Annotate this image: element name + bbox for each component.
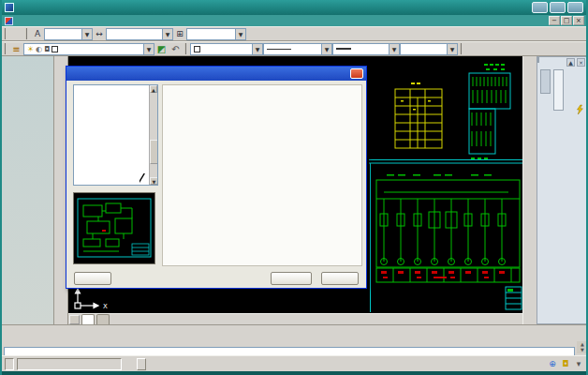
table-style-combo[interactable]: ▼: [186, 28, 246, 40]
chevron-down-icon[interactable]: ▼: [321, 44, 331, 54]
scale-indicator[interactable]: [5, 358, 14, 370]
toolbar-grip[interactable]: [4, 43, 7, 54]
browse-button[interactable]: [74, 272, 111, 285]
layer-freeze-icon: ◐: [36, 45, 42, 53]
tool-palette: ▲ ×: [537, 56, 588, 324]
tz-tool-icon[interactable]: [56, 326, 72, 339]
window-bottom-border: [2, 371, 588, 375]
list-scrollbar[interactable]: ▲ ▼: [149, 85, 157, 185]
layer-on-icon: ☀: [27, 45, 34, 53]
color-swatch: [194, 46, 200, 52]
status-toggle[interactable]: [137, 358, 146, 370]
lightning-bolt-icon: [575, 104, 584, 115]
application-window: − □ × A ▼ ↔ ▼ ⊞ ▼ ≡ ☀ ◐: [0, 0, 588, 375]
make-layer-current-icon[interactable]: ◩: [154, 42, 169, 55]
status-bar: ⊕ ◘ ▾: [2, 355, 588, 371]
tz-bottom-toolbar: [2, 324, 588, 340]
atlas-preview: [73, 192, 155, 264]
tz-logo-icon: [5, 17, 13, 25]
mdi-restore-button[interactable]: □: [561, 16, 572, 25]
layout-tab-bar: [68, 313, 522, 324]
atlas-list-item[interactable]: [74, 85, 149, 93]
scroll-down-icon[interactable]: ▼: [150, 177, 158, 185]
chevron-down-icon[interactable]: ▼: [389, 44, 399, 54]
linetype-combo[interactable]: ▼: [263, 43, 332, 55]
atlas-listbox[interactable]: ▲ ▼: [73, 84, 158, 186]
dialog-title-bar[interactable]: [66, 67, 366, 81]
layer-previous-icon[interactable]: ↶: [169, 42, 183, 55]
layer-color-swatch: [51, 46, 58, 52]
palette-side-tab[interactable]: [537, 57, 539, 63]
status-menu-icon[interactable]: ▾: [573, 359, 584, 368]
layer-combo[interactable]: ☀ ◐ ◘ ▼: [23, 43, 154, 55]
toolbar-lock-icon[interactable]: ◘: [560, 359, 571, 368]
chevron-down-icon[interactable]: ▼: [235, 29, 245, 39]
table-style-icon: ⊞: [173, 29, 186, 38]
layout-tab[interactable]: [96, 314, 110, 324]
ok-button[interactable]: [271, 272, 312, 285]
minimize-button[interactable]: [532, 2, 548, 13]
dialog-close-button[interactable]: [350, 68, 363, 79]
menu-bar: − □ ×: [2, 15, 586, 26]
mouse-cursor: [139, 172, 144, 182]
scroll-up-icon[interactable]: ▲: [150, 85, 157, 93]
chevron-down-icon[interactable]: ▼: [447, 44, 457, 54]
toolbar-grip[interactable]: [4, 28, 7, 39]
color-combo[interactable]: ▼: [190, 43, 263, 55]
title-bar: [2, 0, 586, 15]
coordinates-display[interactable]: [17, 358, 122, 370]
sidebar-item[interactable]: [2, 56, 53, 67]
maximize-button[interactable]: [550, 2, 566, 13]
toolbar-grip[interactable]: [184, 43, 188, 54]
chevron-down-icon[interactable]: ▼: [252, 44, 262, 54]
toolbar-grip[interactable]: [25, 28, 29, 39]
chevron-down-icon[interactable]: ▼: [162, 29, 172, 39]
modify-toolbar: [522, 56, 537, 324]
palette-symbol-item[interactable]: [551, 95, 588, 117]
dim-style-combo[interactable]: ▼: [106, 28, 173, 40]
tz-screen-menu: [2, 56, 54, 324]
app-icon: [5, 3, 14, 12]
text-style-icon: A: [31, 29, 44, 38]
linetype-sample: [267, 49, 291, 50]
standard-toolbar: A ▼ ↔ ▼ ⊞ ▼: [2, 26, 586, 41]
modify-tool-icon[interactable]: [523, 56, 537, 70]
dim-style-icon: ↔: [93, 29, 106, 38]
plotstyle-combo[interactable]: ▼: [400, 43, 458, 55]
mdi-close-button[interactable]: ×: [573, 16, 584, 25]
communication-center-icon[interactable]: ⊕: [547, 359, 558, 368]
close-button[interactable]: [567, 2, 583, 13]
ucs-x-label: X: [103, 303, 108, 310]
layers-properties-toolbar: ≡ ☀ ◐ ◘ ▼ ◩ ↶ ▼ ▼ ▼ ▼: [2, 41, 586, 56]
command-line-area: ▲▼: [2, 340, 588, 355]
cancel-button[interactable]: [321, 272, 359, 285]
tz-atlas-dialog: ▲ ▼: [66, 66, 367, 289]
mdi-minimize-button[interactable]: −: [549, 16, 560, 25]
chevron-down-icon[interactable]: ▼: [81, 29, 92, 39]
dialog-content-area: [162, 84, 362, 266]
lineweight-sample: [336, 48, 351, 50]
palette-tab[interactable]: [540, 69, 551, 94]
tab-nav-button[interactable]: [69, 315, 80, 324]
layer-manager-icon[interactable]: ≡: [9, 42, 23, 55]
command-scrollbar[interactable]: ▲▼: [577, 341, 588, 353]
layer-lock-icon: ◘: [44, 45, 50, 53]
palette-autohide-icon[interactable]: ▲: [566, 58, 575, 67]
model-tab[interactable]: [81, 314, 95, 324]
lineweight-combo[interactable]: ▼: [332, 43, 400, 55]
chevron-down-icon[interactable]: ▼: [143, 44, 154, 54]
toolbar-grip[interactable]: [460, 43, 463, 54]
scroll-thumb[interactable]: [150, 140, 158, 164]
palette-close-icon[interactable]: ×: [577, 58, 585, 67]
text-style-combo[interactable]: ▼: [44, 28, 93, 40]
